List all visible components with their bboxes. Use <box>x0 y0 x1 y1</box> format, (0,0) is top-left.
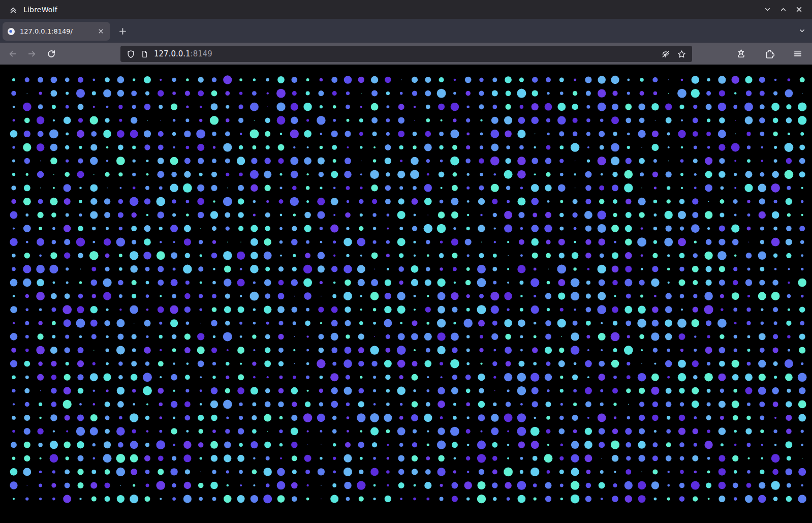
toolbar-right-buttons <box>733 43 806 65</box>
app-menu-hamburger-icon[interactable] <box>790 46 806 62</box>
minimize-button[interactable] <box>761 4 773 16</box>
extensions-puzzle-icon[interactable] <box>761 46 777 62</box>
tab-label: 127.0.0.1:8149/ <box>20 27 91 35</box>
list-all-tabs-button[interactable] <box>796 25 808 37</box>
window-controls <box>761 4 807 16</box>
page-info-icon[interactable] <box>141 50 148 58</box>
url-port: :8149 <box>191 49 212 58</box>
url-text: 127.0.0.1:8149 <box>154 49 212 58</box>
navigation-toolbar: 127.0.0.1:8149 <box>0 43 812 65</box>
url-host: 127.0.0.1 <box>154 49 191 58</box>
urlbar-action-icons <box>661 49 686 58</box>
back-button[interactable] <box>5 46 21 62</box>
dot-grid-canvas <box>0 65 812 523</box>
new-tab-button[interactable] <box>114 23 131 39</box>
bookmark-star-icon[interactable] <box>677 50 686 58</box>
window-title: LibreWolf <box>23 6 57 14</box>
maximize-button[interactable] <box>777 4 789 16</box>
window-titlebar: LibreWolf <box>0 0 812 19</box>
tab-close-icon[interactable] <box>96 26 106 37</box>
fingerprint-protection-icon[interactable] <box>661 49 670 58</box>
forward-button[interactable] <box>24 46 40 62</box>
browser-viewport <box>0 65 812 523</box>
active-tab[interactable]: 127.0.0.1:8149/ <box>3 22 110 41</box>
double-chevron-up-icon[interactable] <box>9 5 18 14</box>
url-bar[interactable]: 127.0.0.1:8149 <box>120 46 692 62</box>
tab-bar: 127.0.0.1:8149/ <box>0 19 812 43</box>
bookmarks-menu-button[interactable] <box>733 46 749 62</box>
close-window-button[interactable] <box>793 4 805 16</box>
reload-button[interactable] <box>43 46 59 62</box>
favicon-icon <box>7 27 15 36</box>
tracking-protection-shield-icon[interactable] <box>127 50 135 58</box>
